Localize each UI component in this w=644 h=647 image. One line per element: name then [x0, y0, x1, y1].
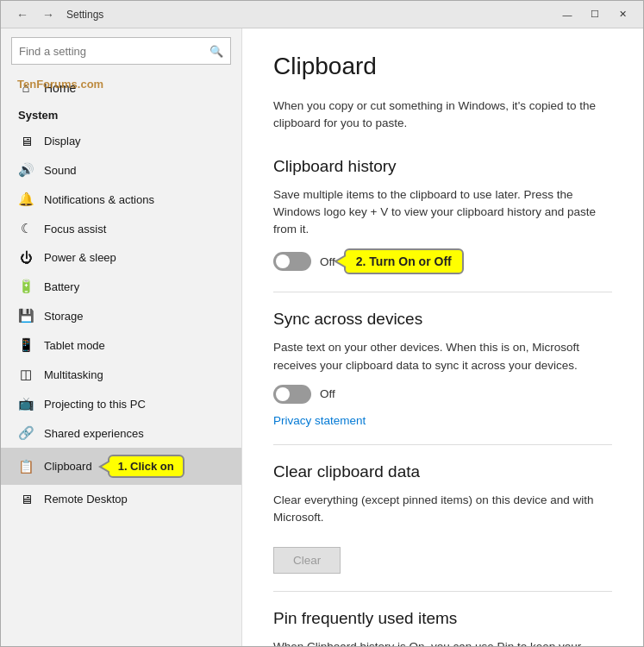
sound-label: Sound: [44, 164, 77, 177]
shared-icon: 🔗: [18, 425, 34, 441]
pin-section: Pin frequently used items When Clipboard…: [273, 609, 612, 646]
clipboard-icon: 📋: [18, 459, 34, 474]
search-input[interactable]: [19, 45, 209, 58]
sync-section: Sync across devices Paste text on your o…: [273, 310, 612, 427]
divider-2: [273, 444, 612, 445]
focus-icon: ☾: [18, 221, 34, 236]
sidebar-item-display[interactable]: 🖥 Display: [1, 127, 241, 155]
clear-button[interactable]: Clear: [273, 547, 341, 574]
sound-icon: 🔊: [18, 162, 34, 178]
home-icon: ⌂: [18, 80, 34, 95]
sidebar-item-clipboard[interactable]: 📋 Clipboard 1. Click on: [1, 448, 241, 485]
multitasking-label: Multitasking: [44, 368, 103, 381]
projecting-label: Projecting to this PC: [44, 398, 146, 411]
minimize-button[interactable]: —: [553, 3, 581, 27]
sync-title: Sync across devices: [273, 310, 612, 329]
display-label: Display: [44, 135, 81, 148]
history-desc: Save multiple items to the clipboard to …: [273, 186, 612, 239]
content-area: Clipboard When you copy or cut something…: [242, 28, 643, 646]
page-title: Clipboard: [273, 53, 612, 80]
history-toggle-row: Off 2. Turn On or Off: [273, 248, 612, 274]
power-label: Power & sleep: [44, 251, 116, 264]
history-toggle[interactable]: [273, 252, 311, 271]
home-label: Home: [44, 81, 76, 95]
remote-icon: 🖥: [18, 492, 34, 506]
tablet-icon: 📱: [18, 337, 34, 353]
storage-label: Storage: [44, 310, 84, 323]
history-title: Clipboard history: [273, 157, 612, 176]
sidebar-item-storage[interactable]: 💾 Storage: [1, 301, 241, 330]
clipboard-label: Clipboard: [44, 460, 92, 473]
sidebar-item-remote[interactable]: 🖥 Remote Desktop: [1, 485, 241, 513]
storage-icon: 💾: [18, 308, 34, 324]
sync-desc: Paste text on your other devices. When t…: [273, 339, 612, 374]
sidebar: 🔍 ⌂ Home System 🖥 Display 🔊 Sound 🔔: [1, 28, 242, 646]
clear-section: Clear clipboard data Clear everything (e…: [273, 462, 612, 575]
sidebar-item-sound[interactable]: 🔊 Sound: [1, 155, 241, 185]
privacy-link[interactable]: Privacy statement: [273, 414, 612, 427]
remote-label: Remote Desktop: [44, 493, 128, 506]
sidebar-item-projecting[interactable]: 📺 Projecting to this PC: [1, 389, 241, 418]
sidebar-item-battery[interactable]: 🔋 Battery: [1, 272, 241, 301]
forward-button[interactable]: →: [37, 6, 59, 23]
sidebar-item-tablet[interactable]: 📱 Tablet mode: [1, 330, 241, 360]
projecting-icon: 📺: [18, 396, 34, 411]
clipboard-callout: 1. Click on: [108, 455, 184, 478]
titlebar-nav: ← →: [11, 6, 59, 23]
sidebar-item-notifications[interactable]: 🔔 Notifications & actions: [1, 185, 241, 214]
window-controls: — ☐ ✕: [553, 3, 636, 27]
clear-title: Clear clipboard data: [273, 462, 612, 481]
pin-title: Pin frequently used items: [273, 609, 612, 628]
focus-label: Focus assist: [44, 223, 106, 236]
power-icon: ⏻: [18, 250, 34, 265]
multitasking-icon: ◫: [18, 367, 34, 382]
sidebar-item-home[interactable]: ⌂ Home: [1, 72, 241, 104]
sidebar-item-power[interactable]: ⏻ Power & sleep: [1, 243, 241, 272]
maximize-button[interactable]: ☐: [581, 3, 609, 27]
search-icon: 🔍: [209, 45, 223, 58]
sidebar-item-shared[interactable]: 🔗 Shared experiences: [1, 418, 241, 448]
sync-toggle-row: Off: [273, 385, 612, 404]
titlebar: ← → Settings — ☐ ✕: [1, 1, 643, 28]
close-button[interactable]: ✕: [609, 3, 636, 27]
clear-desc: Clear everything (except pinned items) o…: [273, 492, 612, 527]
search-bar[interactable]: 🔍: [11, 37, 231, 65]
history-callout: 2. Turn On or Off: [344, 248, 464, 274]
divider-1: [273, 292, 612, 292]
titlebar-left: ← → Settings: [11, 6, 103, 23]
tablet-label: Tablet mode: [44, 339, 105, 352]
back-button[interactable]: ←: [11, 6, 34, 23]
sync-toggle[interactable]: [273, 385, 311, 404]
settings-window: ← → Settings — ☐ ✕ TenForums.com 🔍 ⌂ Hom…: [0, 0, 644, 647]
pin-desc: When Clipboard history is On, you can us…: [273, 638, 612, 646]
notifications-label: Notifications & actions: [44, 193, 154, 206]
history-section: Clipboard history Save multiple items to…: [273, 157, 612, 275]
divider-3: [273, 591, 612, 592]
sidebar-section-title: System: [1, 104, 241, 127]
battery-label: Battery: [44, 280, 79, 293]
sync-toggle-label: Off: [320, 387, 335, 400]
battery-icon: 🔋: [18, 279, 34, 294]
app-body: 🔍 ⌂ Home System 🖥 Display 🔊 Sound 🔔: [1, 28, 643, 646]
shared-label: Shared experiences: [44, 427, 144, 440]
intro-text: When you copy or cut something in Window…: [273, 97, 612, 133]
display-icon: 🖥: [18, 134, 34, 148]
sidebar-item-focus[interactable]: ☾ Focus assist: [1, 214, 241, 243]
titlebar-title: Settings: [66, 9, 103, 21]
notifications-icon: 🔔: [18, 192, 34, 207]
sidebar-item-multitasking[interactable]: ◫ Multitasking: [1, 360, 241, 389]
